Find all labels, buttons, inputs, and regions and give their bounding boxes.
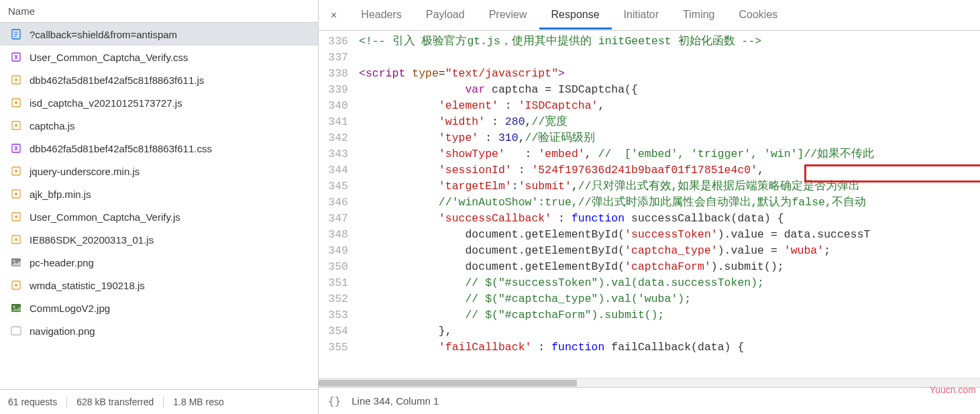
line-number: 345: [319, 178, 359, 195]
request-item[interactable]: dbb462fa5d81bef42af5c81f8863f611.js: [0, 68, 318, 91]
tab-timing[interactable]: Timing: [671, 1, 726, 30]
line-number: 344: [319, 162, 359, 178]
request-item[interactable]: User_Common_Captcha_Verify.js: [0, 205, 318, 228]
code-line[interactable]: 338<script type="text/javascript">: [319, 66, 980, 82]
svg-point-23: [15, 284, 17, 287]
code-content[interactable]: var captcha = ISDCaptcha({: [359, 82, 980, 98]
request-name: wmda_statistic_190218.js: [30, 280, 145, 291]
code-line[interactable]: 339 var captcha = ISDCaptcha({: [319, 82, 980, 98]
code-line[interactable]: 342 'type' : 310,//验证码级别: [319, 130, 980, 146]
code-line[interactable]: 345 'targetElm':'submit',//只对弹出式有效,如果是根据…: [319, 178, 980, 195]
code-content[interactable]: //'winAutoShow':true,//弹出式时添加此属性会自动弹出,默认…: [359, 195, 980, 211]
cursor-position: Line 344, Column 1: [351, 395, 439, 407]
js-icon: [9, 73, 23, 87]
code-line[interactable]: 336<!-- 引入 极验官方gt.js，使用其中提供的 initGeetest…: [319, 34, 980, 50]
transferred-size: 628 kB transferred: [76, 397, 164, 407]
js-icon: [9, 119, 23, 132]
code-content[interactable]: // $("#captchaForm").submit();: [359, 307, 980, 323]
request-name: dbb462fa5d81bef42af5c81f8863f611.css: [30, 143, 212, 154]
code-content[interactable]: <!-- 引入 极验官方gt.js，使用其中提供的 initGeetest 初始…: [359, 34, 980, 50]
code-line[interactable]: 354 },: [319, 323, 980, 340]
line-number: 353: [319, 307, 359, 323]
code-content[interactable]: 'targetElm':'submit',//只对弹出式有效,如果是根据后端策略…: [359, 178, 980, 195]
svg-point-13: [15, 170, 17, 172]
img-icon: [9, 256, 23, 269]
code-content[interactable]: document.getElementById('successToken').…: [359, 227, 980, 243]
request-item[interactable]: User_Common_Captcha_Verify.css: [0, 46, 318, 68]
request-item[interactable]: ?callback=shield&from=antispam: [0, 23, 318, 46]
code-line[interactable]: 343 'showType' : 'embed', // ['embed', '…: [319, 146, 980, 162]
code-content[interactable]: 'sessionId' : '524f197636d241b9baaf01f17…: [359, 162, 980, 178]
format-icon[interactable]: {}: [328, 395, 341, 407]
code-line[interactable]: 353 // $("#captchaForm").submit();: [319, 307, 980, 323]
code-content[interactable]: // $("#captcha_type").val('wuba');: [359, 291, 980, 307]
line-number: 355: [319, 340, 359, 356]
code-content[interactable]: 'type' : 310,//验证码级别: [359, 130, 980, 146]
tab-preview[interactable]: Preview: [477, 1, 539, 30]
line-number: 342: [319, 130, 359, 146]
request-name: pc-header.png: [30, 257, 94, 268]
request-item[interactable]: ajk_bfp.min.js: [0, 183, 318, 205]
code-line[interactable]: 340 'element' : 'ISDCaptcha',: [319, 98, 980, 114]
code-content[interactable]: // $("#successToken").val(data.successTo…: [359, 275, 980, 291]
request-item[interactable]: dbb462fa5d81bef42af5c81f8863f611.css: [0, 137, 318, 160]
code-content[interactable]: 'element' : 'ISDCaptcha',: [359, 98, 980, 114]
request-item[interactable]: navigation.png: [0, 319, 318, 342]
code-content[interactable]: 'successCallback' : function successCall…: [359, 211, 980, 227]
response-panel: × HeadersPayloadPreviewResponseInitiator…: [319, 0, 980, 414]
code-line[interactable]: 355 'failCallback' : function failCallba…: [319, 340, 980, 356]
code-line[interactable]: 348 document.getElementById('successToke…: [319, 227, 980, 243]
code-line[interactable]: 337: [319, 50, 980, 66]
code-line[interactable]: 350 document.getElementById('captchaForm…: [319, 259, 980, 275]
code-content[interactable]: <script type="text/javascript">: [359, 66, 980, 82]
code-content[interactable]: document.getElementById('captchaForm').s…: [359, 259, 980, 275]
name-column-header[interactable]: Name: [0, 0, 318, 23]
horizontal-scrollbar[interactable]: [319, 378, 980, 387]
response-body[interactable]: 336<!-- 引入 极验官方gt.js，使用其中提供的 initGeetest…: [319, 31, 980, 378]
request-item[interactable]: captcha.js: [0, 114, 318, 137]
request-item[interactable]: isd_captcha_v20210125173727.js: [0, 91, 318, 114]
js-icon: [9, 210, 23, 223]
line-number: 354: [319, 323, 359, 340]
code-line[interactable]: 346 //'winAutoShow':true,//弹出式时添加此属性会自动弹…: [319, 195, 980, 211]
request-item[interactable]: pc-header.png: [0, 251, 318, 274]
code-content[interactable]: document.getElementById('captcha_type').…: [359, 243, 980, 259]
line-number: 336: [319, 34, 359, 50]
tab-payload[interactable]: Payload: [414, 1, 477, 30]
request-item[interactable]: jquery-underscore.min.js: [0, 160, 318, 183]
code-content[interactable]: 'showType' : 'embed', // ['embed', 'trig…: [359, 146, 980, 162]
code-content[interactable]: 'width' : 280,//宽度: [359, 114, 980, 130]
code-content[interactable]: 'failCallback' : function failCallback(d…: [359, 340, 980, 356]
svg-point-6: [15, 79, 17, 81]
line-number: 351: [319, 275, 359, 291]
request-name: ajk_bfp.min.js: [30, 189, 91, 200]
line-number: 340: [319, 98, 359, 114]
request-item[interactable]: CommLogoV2.jpg: [0, 297, 318, 319]
tab-initiator[interactable]: Initiator: [612, 1, 671, 30]
close-icon[interactable]: ×: [319, 9, 349, 21]
request-name: ?callback=shield&from=antispam: [30, 29, 177, 40]
tab-cookies[interactable]: Cookies: [727, 1, 790, 30]
code-line[interactable]: 351 // $("#successToken").val(data.succe…: [319, 275, 980, 291]
code-line[interactable]: 349 document.getElementById('captcha_typ…: [319, 243, 980, 259]
imgg-icon: [9, 301, 23, 315]
js-icon: [9, 164, 23, 178]
code-line[interactable]: 344 'sessionId' : '524f197636d241b9baaf0…: [319, 162, 980, 178]
img-blank-icon: [9, 324, 23, 338]
line-number: 346: [319, 195, 359, 211]
code-line[interactable]: 347 'successCallback' : function success…: [319, 211, 980, 227]
code-content[interactable]: [359, 50, 980, 66]
request-name: captcha.js: [30, 120, 75, 132]
line-number: 348: [319, 227, 359, 243]
detail-tabs: × HeadersPayloadPreviewResponseInitiator…: [319, 0, 980, 31]
request-list[interactable]: ?callback=shield&from=antispamUser_Commo…: [0, 23, 318, 389]
code-line[interactable]: 341 'width' : 280,//宽度: [319, 114, 980, 130]
tab-headers[interactable]: Headers: [349, 1, 413, 30]
code-line[interactable]: 352 // $("#captcha_type").val('wuba');: [319, 291, 980, 307]
tab-response[interactable]: Response: [539, 1, 612, 30]
request-item[interactable]: IE886SDK_20200313_01.js: [0, 228, 318, 251]
request-item[interactable]: wmda_statistic_190218.js: [0, 274, 318, 297]
code-content[interactable]: },: [359, 323, 980, 340]
line-number: 350: [319, 259, 359, 275]
line-number: 341: [319, 114, 359, 130]
